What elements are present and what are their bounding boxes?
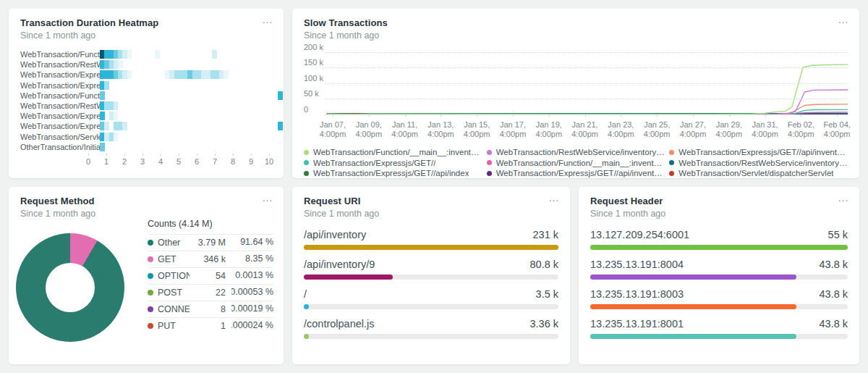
- bar-list: 13.127.209.254:600155 k13.235.13.191:800…: [590, 229, 848, 339]
- axis-tick-label: 0: [86, 157, 90, 166]
- more-menu-icon[interactable]: …: [262, 13, 273, 25]
- y-axis-tick-label: 150 k: [304, 58, 323, 67]
- bar-label: 13.235.13.191:8004: [590, 259, 684, 270]
- facet-table-row[interactable]: PUT10.000024 %: [148, 317, 273, 334]
- bar-row[interactable]: 13.235.13.191:800443.8 k: [590, 259, 848, 280]
- facet-name: CONNECT: [158, 304, 190, 314]
- legend-item[interactable]: WebTransaction/Expressjs/GET//api/invent…: [669, 148, 848, 156]
- more-menu-icon[interactable]: …: [548, 191, 560, 204]
- axis-tick-mark: [269, 154, 270, 156]
- grid-line: [326, 52, 848, 53]
- axis-tick-mark: [657, 114, 658, 117]
- legend-item[interactable]: WebTransaction/RestWebService/inventory/…: [669, 159, 848, 167]
- x-axis-tick-label: Jan 17,4:00pm: [493, 120, 533, 139]
- legend-color-dot: [304, 160, 309, 165]
- legend-label: WebTransaction/Function/__main__:invento…: [313, 148, 482, 156]
- heatmap-row: WebTransaction/Expre...: [20, 111, 273, 121]
- more-menu-icon[interactable]: …: [838, 13, 849, 25]
- bar-row[interactable]: 13.127.209.254:600155 k: [590, 229, 848, 250]
- bar-value: 43.8 k: [820, 318, 848, 330]
- facet-table-row[interactable]: CONNECT80.00019 %: [148, 301, 273, 317]
- more-menu-icon[interactable]: …: [262, 191, 273, 204]
- widget-header: Request Header Since 1 month ago …: [579, 187, 859, 219]
- legend-item[interactable]: WebTransaction/Function/__main__:invento…: [487, 159, 665, 167]
- legend-color-dot: [669, 150, 674, 155]
- facet-table-row[interactable]: GET346 k8.35 %: [148, 251, 273, 267]
- facet-color-dot: [148, 256, 153, 262]
- bar-row[interactable]: 13.235.13.191:800343.8 k: [590, 288, 848, 309]
- tick-time: 4:00pm: [817, 130, 857, 139]
- axis-tick-mark: [106, 154, 107, 156]
- x-axis-tick-label: Jan 07,4:00pm: [312, 120, 353, 139]
- legend-item[interactable]: WebTransaction/Servlet/dispatcherServlet: [669, 169, 848, 177]
- x-axis-tick-label: Jan 23,4:00pm: [600, 120, 641, 139]
- bar-value: 43.8 k: [820, 288, 848, 300]
- heatmap-cell: [127, 70, 132, 79]
- heatmap-cell: [114, 112, 119, 120]
- heatmap-row-label: WebTransaction/Functi...: [20, 50, 100, 59]
- bar-row-text: /3.5 k: [304, 288, 558, 300]
- widget-title: Request Header: [590, 196, 848, 206]
- facet-color-dot: [148, 240, 153, 246]
- legend-item[interactable]: WebTransaction/Function/__main__:invento…: [304, 148, 482, 156]
- heatmap-row: WebTransaction/Expre...: [20, 121, 273, 131]
- facet-name: Other: [158, 238, 190, 248]
- bar-fill: [304, 274, 393, 280]
- axis-tick-mark: [88, 154, 89, 156]
- heatmap-cell: [118, 60, 123, 69]
- axis-tick-mark: [513, 114, 514, 117]
- tick-date: Jan 11,: [385, 120, 425, 130]
- axis-tick-mark: [161, 154, 161, 156]
- widget-title: Transaction Duration Heatmap: [20, 17, 272, 28]
- heatmap-cell: [224, 70, 229, 79]
- donut-chart[interactable]: [16, 233, 124, 342]
- legend-item[interactable]: WebTransaction/RestWebService/inventory …: [487, 148, 665, 156]
- tick-date: Jan 21,: [565, 120, 605, 130]
- legend-item[interactable]: WebTransaction/Expressjs/GET//api/invent…: [487, 169, 665, 177]
- facet-count: 54: [190, 271, 226, 281]
- heatmap-cell: [127, 50, 132, 59]
- x-axis-tick-label: Jan 15,4:00pm: [456, 120, 497, 139]
- x-axis-tick-label: Jan 13,4:00pm: [420, 120, 461, 139]
- heatmap-row-label: OtherTransaction/Initia...: [20, 143, 100, 151]
- bar-row[interactable]: 13.235.13.191:800143.8 k: [590, 318, 848, 339]
- series-line: [326, 90, 848, 114]
- axis-tick-mark: [251, 154, 252, 156]
- heatmap-cell: [114, 101, 119, 110]
- x-axis-tick-label: Jan 29,4:00pm: [709, 120, 749, 139]
- heatmap-cell: [278, 91, 283, 100]
- heatmap-row: WebTransaction/RestW...: [20, 101, 273, 111]
- heatmap-row-track: [100, 91, 281, 101]
- facet-table: Counts (4.14 M) Other3.79 M91.64 %GET346…: [148, 219, 273, 334]
- facet-count: 22: [190, 288, 226, 298]
- bar-row[interactable]: /api/inventory/980.8 k: [304, 259, 558, 280]
- legend-item[interactable]: WebTransaction/Expressjs/GET//: [304, 159, 482, 167]
- heatmap-cell: [104, 81, 109, 90]
- heatmap-row: OtherTransaction/Initia...: [20, 142, 273, 152]
- more-menu-icon[interactable]: …: [838, 191, 849, 204]
- tick-date: Feb 04,: [817, 120, 857, 130]
- heatmap-row-track: [100, 49, 281, 59]
- axis-tick-label: 8: [231, 157, 235, 166]
- axis-tick-mark: [369, 114, 370, 117]
- bar-row[interactable]: /controlpanel.js3.36 k: [304, 318, 558, 339]
- facet-name: POST: [158, 288, 190, 298]
- axis-tick-mark: [215, 154, 216, 156]
- heatmap-row-track: [100, 80, 281, 91]
- bar-row[interactable]: /api/inventory231 k: [304, 229, 558, 250]
- tick-date: Jan 15,: [456, 120, 497, 130]
- legend-item[interactable]: WebTransaction/Expressjs/GET//api/index: [304, 169, 482, 177]
- grid-line: [326, 83, 848, 84]
- facet-table-row[interactable]: Other3.79 M91.64 %: [148, 234, 273, 251]
- grid-line: [326, 67, 848, 68]
- widget-transaction-duration-heatmap: Transaction Duration Heatmap Since 1 mon…: [9, 9, 284, 178]
- tick-time: 4:00pm: [709, 130, 749, 139]
- legend-label: WebTransaction/Servlet/dispatcherServlet: [678, 169, 833, 177]
- bar-row[interactable]: /3.5 k: [304, 288, 558, 309]
- facet-table-row[interactable]: OPTIONS540.0013 %: [148, 267, 273, 284]
- tick-date: Jan 09,: [349, 120, 389, 130]
- heatmap-cell: [212, 50, 217, 59]
- bar-label: 13.235.13.191:8001: [590, 318, 684, 330]
- facet-table-row[interactable]: POST220.00053 %: [148, 284, 273, 301]
- heatmap-row-track: [100, 101, 281, 111]
